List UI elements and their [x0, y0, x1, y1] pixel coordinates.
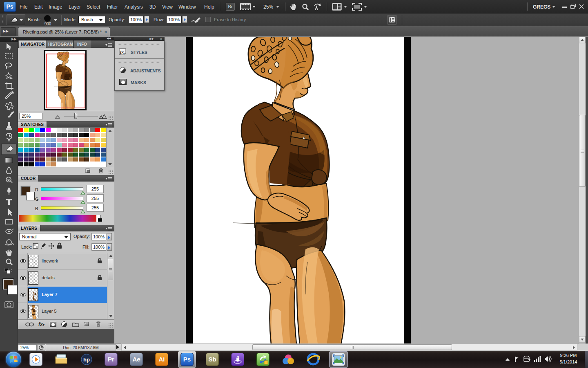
svg-text:fx: fx: [120, 49, 124, 54]
svg-text:hp: hp: [83, 357, 90, 363]
